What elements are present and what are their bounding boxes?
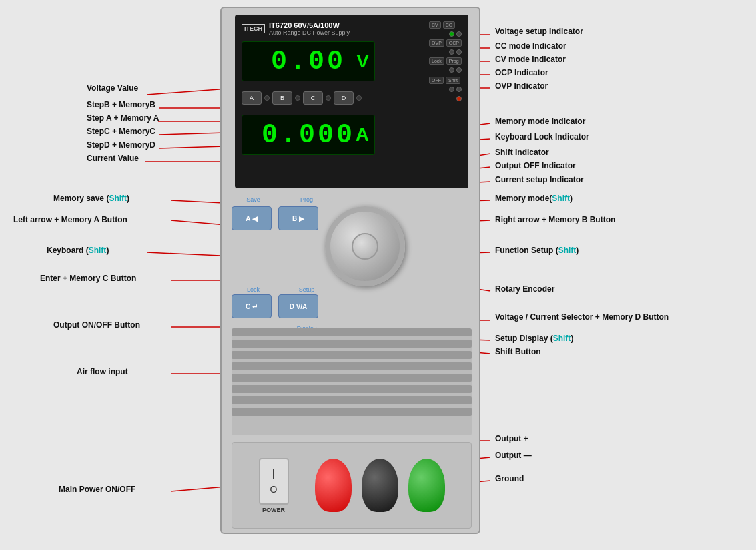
btn-right-arrow-b[interactable]: B ▶ xyxy=(278,206,318,230)
voltage-display: 0.00 V xyxy=(242,41,375,81)
mem-led-d xyxy=(356,95,362,101)
cv-led xyxy=(449,31,454,37)
label-setup-display: Setup Display (Shift) xyxy=(495,334,573,343)
label-enter-memory-c: Enter + Memory C Button xyxy=(40,274,136,283)
terminals-group xyxy=(315,459,445,512)
rotary-encoder-inner xyxy=(352,233,378,260)
extra-led xyxy=(456,96,462,101)
label-cv-mode: CV mode Indicator xyxy=(495,55,566,64)
setup-label: Setup xyxy=(285,286,328,293)
label-main-power: Main Power ON/OFF xyxy=(59,485,135,494)
power-label: POWER xyxy=(262,507,285,513)
label-memory-save: Memory save (Shift) xyxy=(53,194,129,203)
label-stepc: StepC + MemoryC xyxy=(87,127,155,136)
voltage-unit: V xyxy=(356,51,369,72)
btn-labels-row2: Lock Setup xyxy=(228,286,472,293)
current-display: 0.000 A xyxy=(242,115,375,155)
vent-2 xyxy=(232,340,472,348)
label-right-arrow: Right arrow + Memory B Button xyxy=(495,215,615,224)
voltage-digits: 0.00 xyxy=(271,47,346,77)
label-output-off: Output OFF Indicator xyxy=(495,161,576,170)
mem-btn-b[interactable]: B xyxy=(272,91,292,105)
label-ovp: OVP Indicator xyxy=(495,81,548,91)
prog-led xyxy=(456,67,462,73)
lock-indicator-box: Lock xyxy=(429,57,444,65)
vent-3 xyxy=(232,351,472,359)
label-output-onoff: Output ON/OFF Button xyxy=(53,320,140,330)
label-left-arrow: Left arrow + Memory A Button xyxy=(13,215,127,224)
lock-label: Lock xyxy=(232,286,275,293)
device-model: IT6720 60V/5A/100W xyxy=(269,21,350,29)
cc-indicator-box: CC xyxy=(443,21,455,29)
mem-btn-d[interactable]: D xyxy=(334,91,354,105)
memory-row: A B C D xyxy=(242,91,375,105)
display-section: ITECH IT6720 60V/5A/100W Auto Range DC P… xyxy=(235,15,468,188)
power-button[interactable]: | O xyxy=(259,458,289,505)
cc-led xyxy=(456,31,462,37)
ovp-led xyxy=(449,49,454,55)
label-stepd: StepD + MemoryD xyxy=(87,140,155,150)
power-switch: | O POWER xyxy=(259,458,289,513)
label-output-plus: Output + xyxy=(495,434,528,443)
brand-logo: ITECH xyxy=(242,24,265,33)
terminal-ground[interactable] xyxy=(408,459,445,512)
label-current-value: Current Value xyxy=(87,154,139,163)
label-rotary-encoder: Rotary Encoder xyxy=(495,284,554,294)
label-ocp: OCP Indicator xyxy=(495,68,548,77)
label-output-minus: Output — xyxy=(495,451,532,460)
label-shift-button: Shift Button xyxy=(495,347,541,356)
device-type: Auto Range DC Power Supply xyxy=(269,29,350,36)
label-air-flow: Air flow input xyxy=(77,367,128,376)
device-panel: ITECH IT6720 60V/5A/100W Auto Range DC P… xyxy=(220,7,480,534)
btn-left-arrow-a[interactable]: A ◀ xyxy=(232,206,272,230)
vent-5 xyxy=(232,374,472,382)
shift-led xyxy=(456,87,462,92)
vent-section xyxy=(232,328,472,435)
terminal-section: | O POWER xyxy=(232,442,472,529)
vent-1 xyxy=(232,328,472,336)
label-memory-mode-shift: Memory mode(Shift) xyxy=(495,194,573,203)
prog-indicator-box: Prog xyxy=(446,57,462,65)
label-stepb: StepB + MemoryB xyxy=(87,100,155,109)
btn-row2: C ↵ D V/A xyxy=(228,294,472,318)
off-indicator-box: OFF xyxy=(429,77,444,84)
label-voltage-current-selector: Voltage / Current Selector + Memory D Bu… xyxy=(495,312,669,322)
indicator-panel: CV CC OVP OCP Lock Prog xyxy=(429,21,462,101)
vent-6 xyxy=(232,385,472,393)
terminal-positive[interactable] xyxy=(315,459,352,512)
label-ground: Ground xyxy=(495,474,524,483)
rotary-encoder[interactable] xyxy=(325,206,405,286)
label-cc-mode: CC mode Indicator xyxy=(495,41,566,51)
mem-btn-c[interactable]: C xyxy=(303,91,323,105)
shift-indicator-box: Shift xyxy=(446,77,460,84)
current-unit: A xyxy=(356,124,369,146)
mem-led-c xyxy=(326,95,331,101)
mem-led-b xyxy=(295,95,300,101)
label-memory-mode-indicator: Memory mode Indicator xyxy=(495,117,585,126)
diagram-container: ITECH IT6720 60V/5A/100W Auto Range DC P… xyxy=(0,0,756,550)
cv-indicator-box: CV xyxy=(429,21,441,29)
ovp-indicator-box: OVP xyxy=(429,39,444,47)
lock-led xyxy=(449,67,454,73)
vent-7 xyxy=(232,396,472,404)
vent-8 xyxy=(232,408,472,416)
current-digits: 0.000 xyxy=(262,120,355,150)
btn-volt-amp-d[interactable]: D V/A xyxy=(278,294,318,318)
ocp-indicator-box: OCP xyxy=(446,39,462,47)
terminal-negative[interactable] xyxy=(362,459,398,512)
save-label: Save xyxy=(232,196,275,203)
mem-led-a xyxy=(264,95,270,101)
mem-btn-a[interactable]: A xyxy=(242,91,262,105)
label-current-setup: Current setup Indicator xyxy=(495,175,584,184)
btn-row1: A ◀ B ▶ xyxy=(228,206,472,280)
label-voltage-value: Voltage Value xyxy=(87,83,138,93)
label-voltage-setup: Voltage setup Indicator xyxy=(495,27,583,36)
label-function-setup: Function Setup (Shift) xyxy=(495,246,579,255)
off-led xyxy=(449,87,454,92)
prog-label: Prog xyxy=(285,196,328,203)
label-step-a: Step A + Memory A xyxy=(87,113,159,123)
label-keyboard: Keyboard (Shift) xyxy=(47,246,109,255)
ocp-led xyxy=(456,49,462,55)
vent-4 xyxy=(232,362,472,370)
btn-enter-c[interactable]: C ↵ xyxy=(232,294,272,318)
